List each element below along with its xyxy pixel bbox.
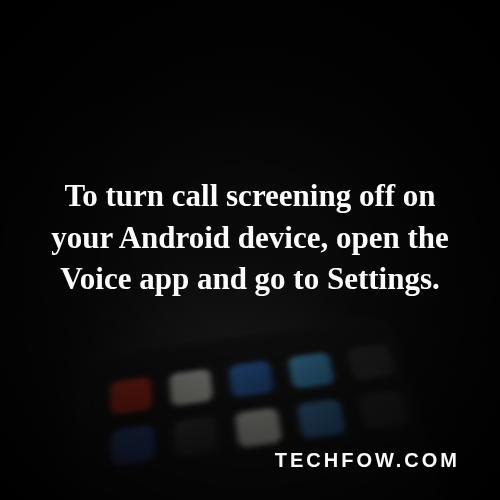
watermark-text: TECHFOW.COM <box>275 449 460 472</box>
content-overlay: To turn call screening off on your Andro… <box>0 0 500 500</box>
quote-text: To turn call screening off on your Andro… <box>0 175 500 301</box>
